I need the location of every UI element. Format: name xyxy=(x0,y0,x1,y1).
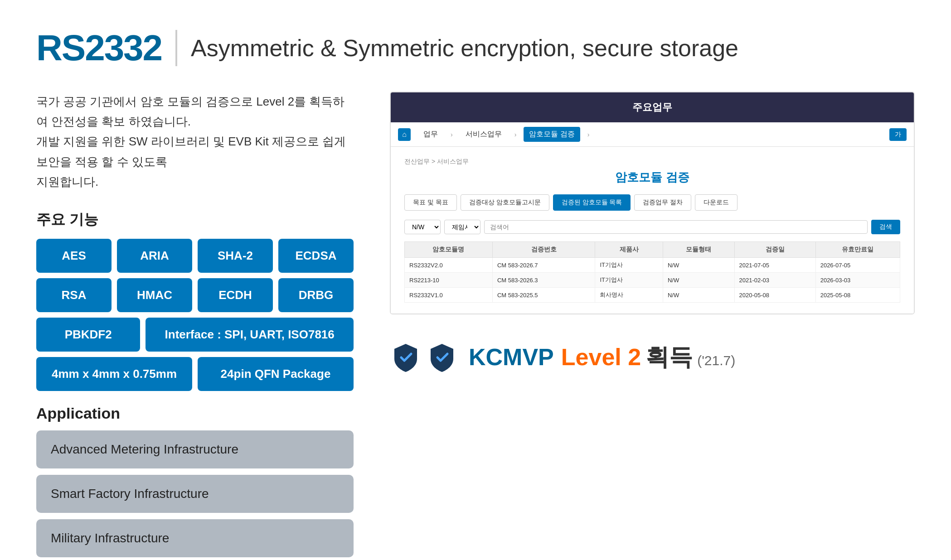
mock-ui: 주요업무 ⌂ 업무 › 서비스업무 › 암호모듈 검증 › 가 전산업무 > 서… xyxy=(391,92,914,314)
mock-table: 암호모듈명 검증번호 제품사 모듈형태 검증일 유효만료일 RS2332V2.0… xyxy=(404,241,900,303)
shield-icon-1 xyxy=(390,342,422,373)
mock-table-header-5: 검증일 xyxy=(734,242,815,258)
product-code: RS2332 xyxy=(36,27,162,69)
mock-table-row2-col3: N/W xyxy=(663,288,734,303)
features-row4: 4mm x 4mm x 0.75mm 24pin QFN Package xyxy=(36,357,354,391)
mock-nav-bar: ⌂ 업무 › 서비스업무 › 암호모듈 검증 › 가 xyxy=(391,122,914,147)
mock-table-row1-col3: N/W xyxy=(663,273,734,288)
shield-icons xyxy=(390,342,458,373)
mock-select-2[interactable]: 제임사 xyxy=(444,220,480,234)
mock-table-header-6: 유효만료일 xyxy=(815,242,900,258)
mock-nav-right-btn[interactable]: 가 xyxy=(889,128,907,141)
kcmvp-section: KCMVP Level 2 획득 ('21.7) xyxy=(390,333,915,382)
mock-page-title: 암호모듈 검증 xyxy=(404,169,900,185)
kcmvp-text-group: KCMVP Level 2 획득 ('21.7) xyxy=(469,342,735,373)
app-item-ami: Advanced Metering Infrastructure xyxy=(36,430,354,468)
feature-drbg[interactable]: DRBG xyxy=(278,278,354,312)
mock-table-header-3: 제품사 xyxy=(595,242,663,258)
mock-tab-2[interactable]: 검증대상 암호모듈고시문 xyxy=(461,194,549,211)
feature-sha2[interactable]: SHA-2 xyxy=(198,239,273,273)
mock-table-row1-col4: 2021-02-03 xyxy=(734,273,815,288)
feature-interface[interactable]: Interface : SPI, UART, ISO7816 xyxy=(146,318,354,352)
mock-table-row2-col0: RS2332V1.0 xyxy=(405,288,493,303)
mock-search-row: N/W 제임사 검색 xyxy=(404,220,900,234)
application-title: Application xyxy=(36,405,354,422)
right-column: 주요업무 ⌂ 업무 › 서비스업무 › 암호모듈 검증 › 가 전산업무 > 서… xyxy=(390,92,915,382)
feature-aes[interactable]: AES xyxy=(36,239,112,273)
nav-arrow-3: › xyxy=(587,131,590,138)
feature-hmac[interactable]: HMAC xyxy=(117,278,192,312)
home-icon[interactable]: ⌂ xyxy=(398,128,411,141)
header-subtitle: Asymmetric & Symmetric encryption, secur… xyxy=(191,34,738,62)
feature-package[interactable]: 24pin QFN Package xyxy=(198,357,354,391)
mock-table-row1-col5: 2026-03-03 xyxy=(815,273,900,288)
mock-table-row2-col5: 2025-05-08 xyxy=(815,288,900,303)
product-description: 국가 공공 기관에서 암호 모듈의 검증으로 Level 2를 획득하여 안전성… xyxy=(36,92,354,192)
feature-rsa[interactable]: RSA xyxy=(36,278,112,312)
mock-tab-1[interactable]: 목표 및 목표 xyxy=(404,194,457,211)
mock-tab-3[interactable]: 검증된 암호모듈 목록 xyxy=(553,194,631,211)
mock-content-area: 전산업무 > 서비스업무 암호모듈 검증 목표 및 목표 검증대상 암호모듈고시… xyxy=(391,147,914,314)
mock-tab-4[interactable]: 검증업무 절차 xyxy=(634,194,691,211)
mock-table-header-4: 모듈형태 xyxy=(663,242,734,258)
kcmvp-brand: KCMVP xyxy=(469,343,554,371)
mock-header-bar: 주요업무 xyxy=(391,92,914,122)
desc-line2: 개발 지원을 위한 SW 라이브러리 및 EVB Kit 제공으로 쉽게 보안을… xyxy=(36,135,346,168)
app-item-smart-factory: Smart Factory Infrastructure xyxy=(36,475,354,513)
features-row2: RSA HMAC ECDH DRBG xyxy=(36,278,354,312)
screenshot-container: 주요업무 ⌂ 업무 › 서비스업무 › 암호모듈 검증 › 가 전산업무 > 서… xyxy=(390,92,915,314)
header-divider xyxy=(175,30,177,66)
application-items: Advanced Metering Infrastructure Smart F… xyxy=(36,430,354,557)
mock-table-row1-col1: CM 583-2026.3 xyxy=(492,273,595,288)
feature-ecdh[interactable]: ECDH xyxy=(198,278,273,312)
mock-table-header-2: 검증번호 xyxy=(492,242,595,258)
mock-header-text: 주요업무 xyxy=(632,101,672,113)
features-title: 주요 기능 xyxy=(36,210,354,230)
mock-tabs: 목표 및 목표 검증대상 암호모듈고시문 검증된 암호모듈 목록 검증업무 절차… xyxy=(404,194,900,211)
kcmvp-level: Level 2 xyxy=(561,343,641,371)
nav-arrow-1: › xyxy=(451,131,453,138)
mock-table-row2-col2: 회사명사 xyxy=(595,288,663,303)
mock-breadcrumb: 전산업무 > 서비스업무 xyxy=(404,158,900,166)
mock-tab-5[interactable]: 다운로드 xyxy=(695,194,738,211)
features-row1: AES ARIA SHA-2 ECDSA xyxy=(36,239,354,273)
feature-pbkdf2[interactable]: PBKDF2 xyxy=(36,318,140,352)
feature-aria[interactable]: ARIA xyxy=(117,239,192,273)
mock-nav-item-2[interactable]: 서비스업무 xyxy=(460,127,507,142)
feature-size[interactable]: 4mm x 4mm x 0.75mm xyxy=(36,357,192,391)
mock-nav-item-3[interactable]: 암호모듈 검증 xyxy=(524,127,580,142)
mock-search-btn[interactable]: 검색 xyxy=(871,220,900,234)
desc-line3: 지원합니다. xyxy=(36,175,98,188)
mock-table-header-1: 암호모듈명 xyxy=(405,242,493,258)
mock-table-row0-col2: IT기업사 xyxy=(595,258,663,273)
mock-search-input[interactable] xyxy=(484,220,868,234)
mock-table-row2-col4: 2020-05-08 xyxy=(734,288,815,303)
mock-table-row2-col1: CM 583-2025.5 xyxy=(492,288,595,303)
mock-table-row1-col0: RS2213-10 xyxy=(405,273,493,288)
mock-table-row0-col5: 2026-07-05 xyxy=(815,258,900,273)
feature-ecdsa[interactable]: ECDSA xyxy=(278,239,354,273)
desc-line1: 국가 공공 기관에서 암호 모듈의 검증으로 Level 2를 획득하여 안전성… xyxy=(36,95,344,128)
mock-table-row0-col1: CM 583-2026.7 xyxy=(492,258,595,273)
mock-table-row0-col3: N/W xyxy=(663,258,734,273)
kcmvp-year: ('21.7) xyxy=(697,353,735,368)
nav-arrow-2: › xyxy=(514,131,517,138)
mock-table-row0-col0: RS2332V2.0 xyxy=(405,258,493,273)
mock-table-row1-col2: IT기업사 xyxy=(595,273,663,288)
app-item-military: Military Infrastructure xyxy=(36,519,354,557)
mock-table-row0-col4: 2021-07-05 xyxy=(734,258,815,273)
kcmvp-acquire: 획득 xyxy=(645,342,693,373)
mock-nav-item-1[interactable]: 업무 xyxy=(418,127,443,142)
features-row3: PBKDF2 Interface : SPI, UART, ISO7816 xyxy=(36,318,354,352)
shield-icon-2 xyxy=(426,342,458,373)
page-header: RS2332 Asymmetric & Symmetric encryption… xyxy=(36,27,915,69)
mock-select-1[interactable]: N/W xyxy=(404,220,441,234)
left-column: 국가 공공 기관에서 암호 모듈의 검증으로 Level 2를 획득하여 안전성… xyxy=(36,92,354,557)
main-content: 국가 공공 기관에서 암호 모듈의 검증으로 Level 2를 획득하여 안전성… xyxy=(36,92,915,557)
